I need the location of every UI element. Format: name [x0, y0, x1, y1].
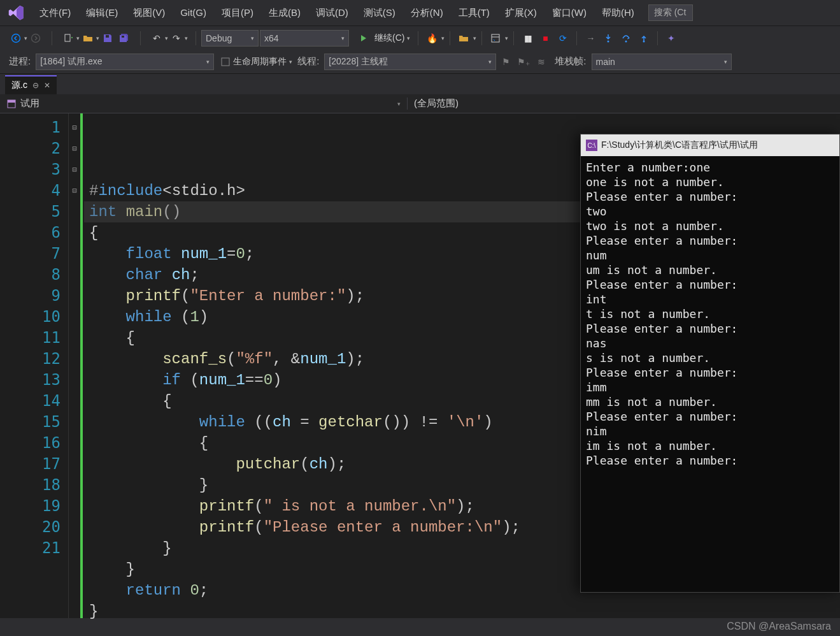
- project-icon: [6, 99, 17, 109]
- svg-rect-3: [106, 35, 109, 38]
- menu-item[interactable]: 编辑(E): [78, 7, 125, 19]
- menu-item[interactable]: 调试(D): [308, 7, 356, 19]
- intellicode-button[interactable]: ✦: [663, 30, 680, 47]
- step-out-button[interactable]: [636, 30, 652, 47]
- svg-rect-10: [222, 58, 229, 66]
- menu-item[interactable]: 窗口(W): [545, 7, 594, 19]
- stackframe-value: main: [596, 57, 615, 67]
- svg-point-1: [32, 34, 40, 42]
- step-over-button[interactable]: [618, 30, 634, 47]
- restart-button[interactable]: ⟳: [555, 30, 571, 47]
- tab-title: 源.c: [11, 80, 27, 91]
- menu-item[interactable]: 文件(F): [32, 7, 78, 19]
- menu-item[interactable]: 视图(V): [125, 7, 173, 19]
- show-next-statement-button[interactable]: →: [582, 30, 599, 47]
- platform-value: x64: [264, 33, 279, 43]
- menu-item[interactable]: 帮助(H): [594, 7, 642, 19]
- console-window[interactable]: C:\ F:\Study\计算机类\C语言程序\试用\试用 Enter a nu…: [580, 134, 840, 593]
- save-button[interactable]: [99, 30, 116, 47]
- stackframe-dropdown[interactable]: main▾: [592, 54, 732, 70]
- save-all-button[interactable]: [116, 30, 132, 47]
- svg-point-8: [625, 40, 627, 42]
- lifecycle-events-button[interactable]: 生命周期事件▾: [220, 54, 292, 70]
- pin-tab-icon[interactable]: ⊖: [32, 81, 39, 90]
- search-input[interactable]: 搜索 (Ct: [648, 4, 693, 21]
- threads-button[interactable]: ≋: [533, 54, 550, 70]
- debug-location-toolbar: 进程: [1864] 试用.exe▾ 生命周期事件▾ 线程: [20228] 主…: [0, 50, 840, 74]
- close-tab-icon[interactable]: ✕: [44, 81, 50, 90]
- menu-item[interactable]: 扩展(X): [497, 7, 545, 19]
- fold-column: ⊟⊟⊟⊟: [69, 113, 80, 618]
- console-icon: C:\: [586, 140, 597, 151]
- menu-item[interactable]: Git(G): [173, 7, 214, 19]
- document-tab-bar: 源.c ⊖ ✕: [0, 74, 840, 94]
- project-scope-dropdown[interactable]: 试用 ▾: [0, 98, 408, 110]
- back-button[interactable]: [8, 30, 24, 47]
- svg-rect-4: [122, 36, 124, 38]
- main-toolbar: ▾ ▾ ▾ ↶▾ ↷▾ Debug▾ x64▾ 继续(C)▾ 🔥▾ ▾ ▾ ▮▮…: [0, 25, 840, 50]
- svg-rect-5: [492, 34, 499, 42]
- svg-point-9: [643, 40, 645, 42]
- svg-rect-2: [65, 34, 70, 41]
- new-item-button[interactable]: [60, 30, 76, 47]
- watermark: CSDN @AreaSamsara: [727, 621, 831, 632]
- step-into-button[interactable]: [600, 30, 616, 47]
- stop-debug-button[interactable]: ■: [537, 30, 553, 47]
- console-output: Enter a number:one one is not a number. …: [581, 156, 839, 592]
- thread-value: [20228] 主线程: [329, 56, 388, 68]
- stackframe-label: 堆栈帧:: [551, 55, 590, 68]
- thread-label: 线程:: [294, 55, 323, 68]
- visual-studio-logo-icon: [8, 4, 25, 22]
- menu-item[interactable]: 生成(B): [261, 7, 308, 19]
- console-title-bar[interactable]: C:\ F:\Study\计算机类\C语言程序\试用\试用: [581, 134, 839, 156]
- process-dropdown[interactable]: [1864] 试用.exe▾: [36, 54, 214, 70]
- lifecycle-label: 生命周期事件: [233, 56, 287, 68]
- continue-label: 继续(C): [372, 33, 407, 44]
- continue-button[interactable]: [355, 30, 372, 47]
- configuration-dropdown[interactable]: Debug▾: [201, 30, 259, 47]
- scope-label: (全局范围): [414, 98, 459, 110]
- svg-rect-12: [8, 100, 15, 103]
- document-tab[interactable]: 源.c ⊖ ✕: [5, 75, 57, 94]
- process-value: [1864] 试用.exe: [40, 56, 102, 68]
- menu-bar: 文件(F)编辑(E)视图(V)Git(G)项目(P)生成(B)调试(D)测试(S…: [0, 0, 840, 25]
- menu-item[interactable]: 测试(S): [356, 7, 403, 19]
- menu-item[interactable]: 工具(T): [451, 7, 497, 19]
- forward-button[interactable]: [27, 30, 44, 47]
- thread-dropdown[interactable]: [20228] 主线程▾: [324, 54, 496, 70]
- platform-dropdown[interactable]: x64▾: [260, 30, 349, 47]
- menu-item[interactable]: 分析(N): [403, 7, 451, 19]
- line-number-gutter: 123456789101112131415161718192021: [0, 113, 69, 618]
- open-folder-button[interactable]: [455, 30, 472, 47]
- menu-item[interactable]: 项目(P): [214, 7, 261, 19]
- svg-point-0: [12, 34, 20, 42]
- navigation-bar: 试用 ▾ (全局范围): [0, 94, 840, 113]
- console-title: F:\Study\计算机类\C语言程序\试用\试用: [601, 140, 758, 151]
- undo-button[interactable]: ↶: [148, 30, 165, 47]
- flagged-threads-button[interactable]: ⚑₊: [515, 54, 532, 70]
- layout-button[interactable]: [487, 30, 504, 47]
- member-scope-dropdown[interactable]: (全局范围): [408, 98, 840, 110]
- process-label: 进程:: [5, 55, 34, 68]
- project-name: 试用: [20, 98, 39, 110]
- configuration-value: Debug: [206, 33, 232, 43]
- redo-button[interactable]: ↷: [168, 30, 185, 47]
- open-file-button[interactable]: [80, 30, 96, 47]
- flag-thread-button[interactable]: ⚑: [497, 54, 514, 70]
- hot-reload-button[interactable]: 🔥: [424, 30, 440, 47]
- code-line[interactable]: }: [89, 601, 840, 622]
- svg-point-7: [608, 40, 609, 42]
- break-all-button[interactable]: ▮▮: [519, 30, 536, 47]
